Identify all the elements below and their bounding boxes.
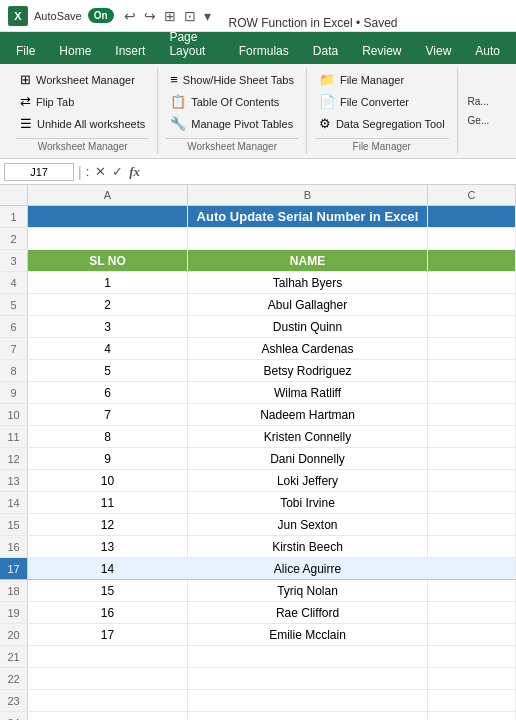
cell-sn[interactable]: 7 (28, 404, 188, 425)
fx-icon[interactable]: fx (129, 164, 140, 180)
cell-c[interactable] (428, 294, 516, 315)
grid-icon[interactable]: ⊞ (164, 8, 176, 24)
tab-view[interactable]: View (414, 38, 464, 64)
cell-c[interactable] (428, 272, 516, 293)
cell-sn[interactable]: 5 (28, 360, 188, 381)
tab-home[interactable]: Home (47, 38, 103, 64)
cell-c[interactable] (428, 514, 516, 535)
cell-name[interactable]: Nadeem Hartman (188, 404, 428, 425)
formula-confirm-icon[interactable]: ✓ (112, 164, 123, 179)
cell-c[interactable] (428, 382, 516, 403)
unhide-worksheets-button[interactable]: ☰ Unhide All worksheets (16, 114, 149, 133)
file-converter-button[interactable]: 📄 File Converter (315, 92, 449, 111)
cell-empty-c[interactable] (428, 712, 516, 720)
cell-sn[interactable]: 16 (28, 602, 188, 623)
cell-empty-a[interactable] (28, 690, 188, 711)
tab-page-layout[interactable]: Page Layout (157, 24, 226, 64)
cell-sn[interactable]: 9 (28, 448, 188, 469)
cell-empty-c[interactable] (428, 668, 516, 689)
tab-file[interactable]: File (4, 38, 47, 64)
cell-empty-b[interactable] (188, 690, 428, 711)
cell-sn[interactable]: 3 (28, 316, 188, 337)
redo-icon[interactable]: ↪ (144, 8, 156, 24)
cell-empty-b[interactable] (188, 646, 428, 667)
autosave-toggle[interactable]: On (88, 8, 114, 23)
cell-2a[interactable] (28, 228, 188, 249)
show-hide-tabs-button[interactable]: ≡ Show/Hide Sheet Tabs (166, 70, 298, 89)
cell-1c[interactable] (428, 206, 516, 227)
cell-c[interactable] (428, 338, 516, 359)
cell-c[interactable] (428, 580, 516, 601)
cell-name[interactable]: Jun Sexton (188, 514, 428, 535)
cell-sn[interactable]: 10 (28, 470, 188, 491)
formula-cancel-icon[interactable]: ✕ (95, 164, 106, 179)
cell-empty-a[interactable] (28, 646, 188, 667)
cell-empty-b[interactable] (188, 668, 428, 689)
cell-name[interactable]: Kristen Connelly (188, 426, 428, 447)
cell-3b[interactable]: NAME (188, 250, 428, 271)
data-segregation-button[interactable]: ⚙ Data Segregation Tool (315, 114, 449, 133)
manage-pivot-button[interactable]: 🔧 Manage Pivot Tables (166, 114, 298, 133)
table-of-contents-button[interactable]: 📋 Table Of Contents (166, 92, 298, 111)
cell-name[interactable]: Abul Gallagher (188, 294, 428, 315)
cell-empty-c[interactable] (428, 646, 516, 667)
cell-sn[interactable]: 17 (28, 624, 188, 645)
cell-2c[interactable] (428, 228, 516, 249)
cell-name[interactable]: Emilie Mcclain (188, 624, 428, 645)
cell-empty-b[interactable] (188, 712, 428, 720)
cell-c[interactable] (428, 558, 516, 579)
cell-sn[interactable]: 8 (28, 426, 188, 447)
tab-data[interactable]: Data (301, 38, 350, 64)
cell-1b[interactable]: Auto Update Serial Number in Excel (188, 206, 428, 227)
tab-formulas[interactable]: Formulas (227, 38, 301, 64)
cell-c[interactable] (428, 492, 516, 513)
ra-button[interactable]: Ra... (464, 94, 493, 109)
view-icon[interactable]: ⊡ (184, 8, 196, 24)
cell-name[interactable]: Alice Aguirre (188, 558, 428, 579)
cell-empty-a[interactable] (28, 668, 188, 689)
cell-sn[interactable]: 15 (28, 580, 188, 601)
cell-name[interactable]: Rae Clifford (188, 602, 428, 623)
cell-sn[interactable]: 12 (28, 514, 188, 535)
cell-c[interactable] (428, 448, 516, 469)
flip-tab-button[interactable]: ⇄ Flip Tab (16, 92, 149, 111)
cell-name[interactable]: Wilma Ratliff (188, 382, 428, 403)
cell-name[interactable]: Tyriq Nolan (188, 580, 428, 601)
undo-icon[interactable]: ↩ (124, 8, 136, 24)
cell-name[interactable]: Kirstin Beech (188, 536, 428, 557)
ge-button[interactable]: Ge... (464, 113, 494, 128)
cell-c[interactable] (428, 470, 516, 491)
cell-c[interactable] (428, 404, 516, 425)
tab-insert[interactable]: Insert (103, 38, 157, 64)
name-box[interactable] (4, 163, 74, 181)
cell-c[interactable] (428, 536, 516, 557)
cell-1a[interactable] (28, 206, 188, 227)
cell-c[interactable] (428, 602, 516, 623)
cell-c[interactable] (428, 426, 516, 447)
tab-review[interactable]: Review (350, 38, 413, 64)
cell-3c[interactable] (428, 250, 516, 271)
cell-empty-c[interactable] (428, 690, 516, 711)
tab-auto[interactable]: Auto (463, 38, 512, 64)
formula-input[interactable] (144, 163, 512, 181)
cell-sn[interactable]: 2 (28, 294, 188, 315)
cell-c[interactable] (428, 624, 516, 645)
cell-sn[interactable]: 14 (28, 558, 188, 579)
cell-name[interactable]: Betsy Rodriguez (188, 360, 428, 381)
cell-name[interactable]: Loki Jeffery (188, 470, 428, 491)
cell-empty-a[interactable] (28, 712, 188, 720)
cell-3a[interactable]: SL NO (28, 250, 188, 271)
cell-c[interactable] (428, 316, 516, 337)
more-icon[interactable]: ▾ (204, 8, 211, 24)
cell-name[interactable]: Dustin Quinn (188, 316, 428, 337)
cell-name[interactable]: Talhah Byers (188, 272, 428, 293)
cell-sn[interactable]: 13 (28, 536, 188, 557)
cell-name[interactable]: Ashlea Cardenas (188, 338, 428, 359)
cell-sn[interactable]: 6 (28, 382, 188, 403)
cell-sn[interactable]: 11 (28, 492, 188, 513)
worksheet-manager-button[interactable]: ⊞ Worksheet Manager (16, 70, 149, 89)
cell-name[interactable]: Dani Donnelly (188, 448, 428, 469)
cell-sn[interactable]: 1 (28, 272, 188, 293)
cell-name[interactable]: Tobi Irvine (188, 492, 428, 513)
cell-c[interactable] (428, 360, 516, 381)
